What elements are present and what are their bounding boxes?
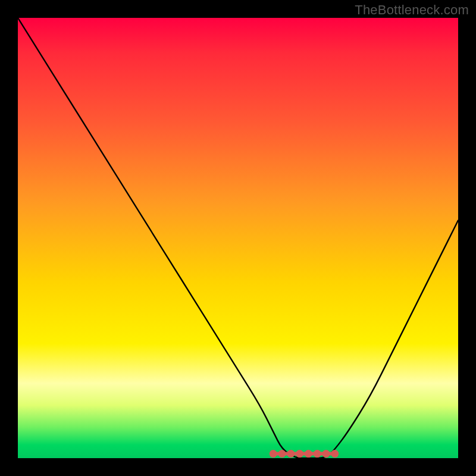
marker-dot <box>270 450 277 457</box>
chart-frame: TheBottleneck.com <box>0 0 476 476</box>
marker-dot <box>331 450 338 457</box>
marker-dot <box>305 450 312 457</box>
optimal-range-markers <box>270 450 339 457</box>
marker-dot <box>296 450 303 457</box>
chart-svg <box>18 18 458 458</box>
watermark-text: TheBottleneck.com <box>355 2 469 18</box>
plot-area <box>18 18 458 458</box>
marker-dot <box>287 450 294 457</box>
marker-dot <box>279 450 286 457</box>
marker-dot <box>323 450 330 457</box>
marker-dot <box>314 450 321 457</box>
bottleneck-curve <box>18 18 458 458</box>
